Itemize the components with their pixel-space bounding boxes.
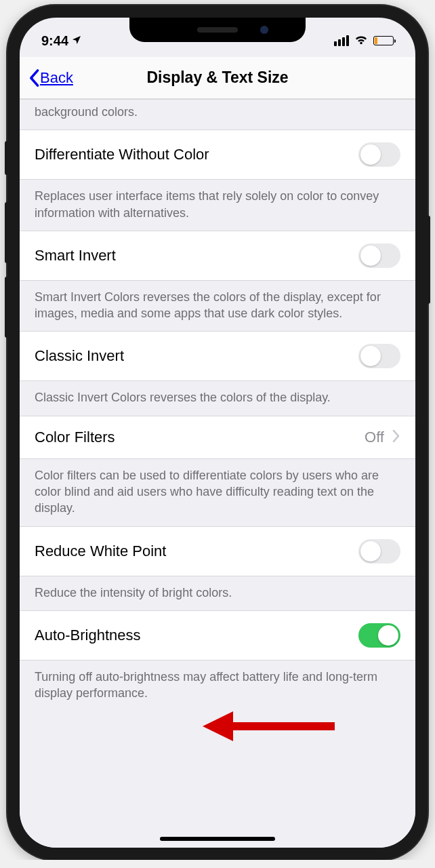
row-label: Differentiate Without Color (35, 146, 209, 163)
row-color-filters[interactable]: Color Filters Off (20, 416, 415, 459)
home-indicator[interactable] (160, 837, 275, 841)
volume-up-button (5, 202, 9, 263)
row-label: Reduce White Point (35, 542, 166, 560)
page-title: Display & Text Size (20, 68, 415, 87)
phone-frame: 9:44 Back Displ (7, 5, 428, 860)
chevron-left-icon (28, 68, 40, 87)
content-scroll[interactable]: background colors. Differentiate Without… (20, 99, 415, 848)
status-right (334, 32, 394, 50)
volume-down-button (5, 277, 9, 338)
speaker-grille (197, 27, 238, 33)
side-button (426, 216, 430, 304)
row-auto-brightness[interactable]: Auto-Brightness (20, 610, 415, 660)
footer-differentiate-without-color: Replaces user interface items that rely … (20, 180, 415, 231)
footer-color-filters: Color filters can be used to differentia… (20, 459, 415, 526)
footer-classic-invert: Classic Invert Colors reverses the color… (20, 381, 415, 415)
truncated-footer-text: background colors. (20, 99, 415, 130)
footer-reduce-white-point: Reduce the intensity of bright colors. (20, 576, 415, 610)
row-right: Off (365, 429, 400, 446)
row-label: Auto-Brightness (35, 627, 141, 644)
toggle-auto-brightness[interactable] (358, 623, 400, 648)
color-filters-value: Off (365, 429, 384, 446)
footer-auto-brightness: Turning off auto-brightness may affect b… (20, 660, 415, 711)
status-time: 9:44 (41, 33, 68, 49)
row-smart-invert[interactable]: Smart Invert (20, 231, 415, 281)
back-label: Back (40, 69, 73, 87)
chevron-right-icon (392, 429, 400, 446)
toggle-classic-invert[interactable] (358, 344, 400, 368)
notch (129, 18, 306, 42)
mute-switch (5, 141, 9, 175)
row-reduce-white-point[interactable]: Reduce White Point (20, 526, 415, 576)
cellular-signal-icon (334, 35, 349, 46)
row-label: Smart Invert (35, 247, 116, 264)
location-icon (71, 33, 82, 49)
battery-fill (375, 37, 377, 44)
back-button[interactable]: Back (28, 68, 73, 87)
toggle-smart-invert[interactable] (358, 243, 400, 268)
footer-smart-invert: Smart Invert Colors reverses the colors … (20, 281, 415, 332)
wifi-icon (354, 32, 369, 50)
toggle-differentiate-without-color[interactable] (358, 142, 400, 167)
row-label: Classic Invert (35, 347, 124, 365)
nav-header: Back Display & Text Size (20, 57, 415, 99)
row-label: Color Filters (35, 429, 115, 446)
toggle-reduce-white-point[interactable] (358, 539, 400, 564)
status-left: 9:44 (41, 33, 82, 49)
row-differentiate-without-color[interactable]: Differentiate Without Color (20, 130, 415, 180)
row-classic-invert[interactable]: Classic Invert (20, 331, 415, 381)
screen: 9:44 Back Displ (20, 18, 415, 848)
front-camera (260, 26, 268, 34)
battery-icon (373, 36, 394, 45)
